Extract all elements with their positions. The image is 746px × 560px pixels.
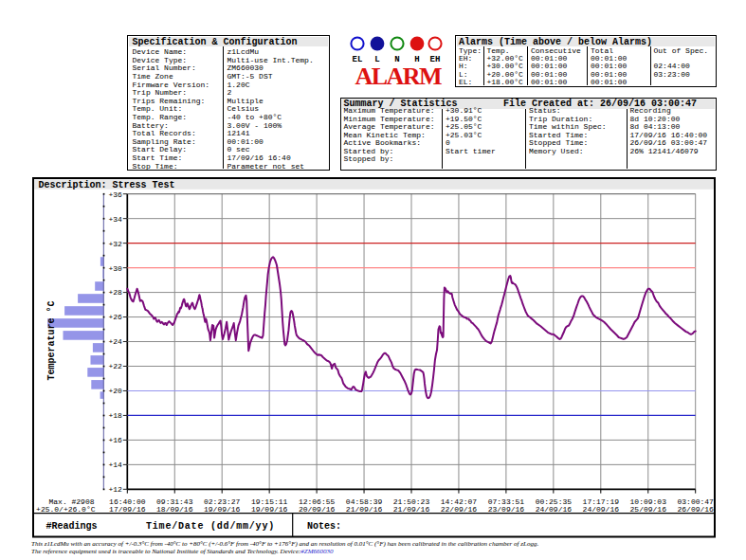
- svg-text:Time/Date (dd/mm/yy): Time/Date (dd/mm/yy): [146, 521, 275, 532]
- svg-text:+34: +34: [108, 215, 122, 224]
- svg-text:ALARM: ALARM: [355, 63, 442, 89]
- svg-text:+25.0/+26.0°C: +25.0/+26.0°C: [36, 505, 96, 514]
- svg-text:24/09/16: 24/09/16: [583, 505, 620, 514]
- svg-text:23/09/16: 23/09/16: [488, 505, 525, 514]
- svg-text:+12: +12: [108, 485, 122, 494]
- svg-text:Notes:: Notes:: [307, 521, 341, 532]
- svg-text:24/09/16: 24/09/16: [536, 505, 573, 514]
- svg-text:+14: +14: [108, 461, 122, 469]
- svg-text:Description: Stress Test: Description: Stress Test: [39, 180, 175, 190]
- svg-text:26/09/16: 26/09/16: [677, 505, 714, 514]
- svg-text:+28: +28: [108, 288, 122, 297]
- svg-text:+26: +26: [108, 313, 122, 321]
- svg-text:22/09/16: 22/09/16: [441, 505, 478, 514]
- svg-text:+24: +24: [108, 337, 122, 346]
- svg-text:+30: +30: [108, 264, 122, 273]
- svg-text:Temperature °C: Temperature °C: [46, 300, 57, 380]
- svg-text:19/09/16: 19/09/16: [204, 505, 241, 514]
- svg-text:+20: +20: [108, 387, 122, 395]
- svg-text:+36: +36: [108, 190, 122, 199]
- svg-text:+18: +18: [108, 411, 122, 420]
- svg-text:21/09/16: 21/09/16: [393, 505, 430, 514]
- svg-text:+32: +32: [108, 240, 122, 248]
- svg-text:#Readings: #Readings: [46, 521, 98, 532]
- svg-text:18/09/16: 18/09/16: [156, 505, 193, 514]
- svg-text:25/09/16: 25/09/16: [630, 505, 667, 514]
- svg-text:21/09/16: 21/09/16: [346, 505, 383, 514]
- svg-text:+22: +22: [108, 362, 122, 370]
- svg-text:+16: +16: [108, 436, 122, 444]
- svg-text:20/09/16: 20/09/16: [299, 505, 336, 514]
- svg-text:17/09/16: 17/09/16: [109, 505, 146, 514]
- svg-text:19/09/16: 19/09/16: [251, 505, 288, 514]
